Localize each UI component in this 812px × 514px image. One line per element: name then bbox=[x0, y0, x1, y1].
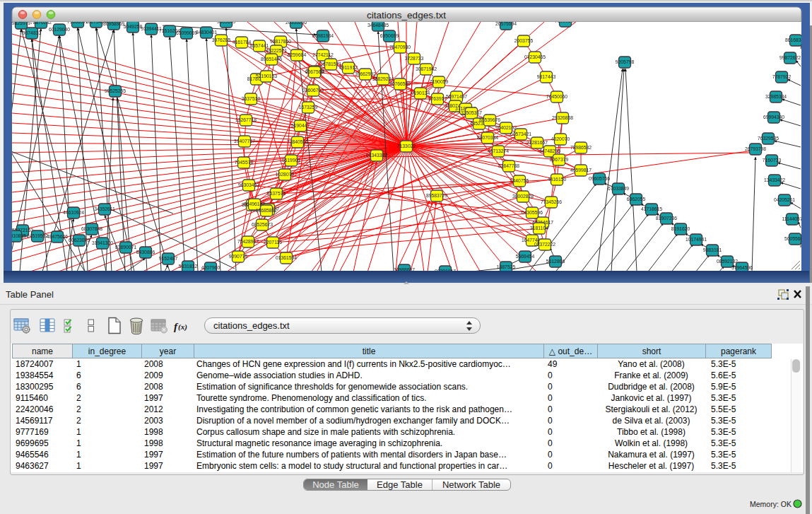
svg-text:69994340: 69994340 bbox=[763, 115, 784, 119]
svg-text:08592132: 08592132 bbox=[717, 259, 738, 264]
svg-text:52647788: 52647788 bbox=[498, 163, 519, 168]
svg-text:84830401: 84830401 bbox=[196, 30, 217, 35]
svg-text:3637510: 3637510 bbox=[242, 96, 261, 101]
svg-text:9152487: 9152487 bbox=[159, 256, 178, 261]
svg-text:(x): (x) bbox=[178, 322, 187, 332]
svg-text:10174941: 10174941 bbox=[686, 237, 707, 242]
svg-text:73840555: 73840555 bbox=[287, 139, 308, 144]
svg-text:6950699: 6950699 bbox=[380, 33, 399, 38]
svg-text:11144057: 11144057 bbox=[782, 216, 802, 221]
svg-text:3181104: 3181104 bbox=[530, 226, 548, 230]
svg-text:99872622: 99872622 bbox=[779, 55, 801, 60]
svg-text:86539676: 86539676 bbox=[479, 117, 500, 122]
svg-text:1887525: 1887525 bbox=[497, 264, 516, 269]
svg-text:8067379: 8067379 bbox=[550, 157, 569, 162]
svg-text:7045578: 7045578 bbox=[235, 160, 254, 165]
svg-text:07230465: 07230465 bbox=[524, 54, 546, 59]
svg-text:0619901: 0619901 bbox=[282, 158, 301, 163]
svg-text:6362055: 6362055 bbox=[627, 197, 646, 201]
svg-text:8557441: 8557441 bbox=[250, 43, 269, 48]
svg-text:96303452: 96303452 bbox=[238, 182, 259, 187]
svg-text:1673259: 1673259 bbox=[299, 105, 318, 110]
svg-text:7190059: 7190059 bbox=[430, 79, 449, 84]
svg-text:52190153: 52190153 bbox=[256, 74, 277, 78]
svg-text:40766589: 40766589 bbox=[389, 81, 411, 86]
svg-text:90402102: 90402102 bbox=[495, 125, 517, 130]
svg-text:09605756: 09605756 bbox=[589, 176, 610, 181]
svg-text:13267718: 13267718 bbox=[235, 117, 257, 122]
svg-text:44610924: 44610924 bbox=[63, 210, 84, 215]
svg-text:9205798: 9205798 bbox=[616, 59, 635, 64]
svg-text:24519592: 24519592 bbox=[27, 233, 48, 238]
svg-text:04205261: 04205261 bbox=[774, 197, 795, 202]
svg-text:30871942: 30871942 bbox=[416, 66, 437, 71]
svg-text:8191620: 8191620 bbox=[671, 226, 690, 231]
svg-text:77345266: 77345266 bbox=[541, 199, 562, 204]
svg-text:81907236: 81907236 bbox=[656, 216, 677, 221]
svg-text:44748295: 44748295 bbox=[539, 148, 560, 153]
svg-text:68307848: 68307848 bbox=[81, 226, 102, 231]
svg-text:01343388: 01343388 bbox=[366, 153, 387, 158]
svg-text:4207960: 4207960 bbox=[201, 265, 220, 270]
svg-text:31941300: 31941300 bbox=[92, 240, 113, 245]
svg-text:2003755: 2003755 bbox=[514, 38, 534, 43]
svg-text:67033849: 67033849 bbox=[608, 186, 629, 191]
svg-text:34352611: 34352611 bbox=[94, 206, 115, 211]
svg-text:21281657: 21281657 bbox=[526, 140, 548, 145]
svg-text:9090775: 9090775 bbox=[229, 254, 248, 259]
svg-text:37964596: 37964596 bbox=[731, 265, 753, 270]
svg-text:02372222: 02372222 bbox=[534, 242, 555, 247]
svg-text:76329535: 76329535 bbox=[758, 136, 779, 141]
svg-text:89583729: 89583729 bbox=[426, 193, 447, 198]
svg-text:2207115: 2207115 bbox=[264, 240, 282, 245]
svg-text:5190447: 5190447 bbox=[291, 123, 310, 128]
svg-text:68525673: 68525673 bbox=[252, 222, 273, 227]
svg-text:5669454: 5669454 bbox=[516, 254, 535, 259]
svg-text:0067560: 0067560 bbox=[305, 69, 324, 74]
svg-text:0190134: 0190134 bbox=[411, 90, 430, 95]
svg-text:3976285: 3976285 bbox=[212, 37, 231, 42]
svg-text:5331812: 5331812 bbox=[179, 264, 198, 269]
svg-text:86981984: 86981984 bbox=[312, 33, 334, 38]
svg-text:9817443: 9817443 bbox=[537, 74, 556, 79]
svg-text:29326858: 29326858 bbox=[552, 115, 573, 120]
svg-text:4161784: 4161784 bbox=[233, 40, 252, 45]
svg-text:78470930: 78470930 bbox=[389, 45, 411, 49]
svg-text:9074833: 9074833 bbox=[23, 30, 42, 35]
svg-text:75428967: 75428967 bbox=[237, 239, 259, 244]
svg-text:8537575: 8537575 bbox=[267, 191, 286, 196]
svg-text:8430886: 8430886 bbox=[136, 250, 155, 255]
svg-text:99525255: 99525255 bbox=[105, 88, 126, 93]
svg-text:7160733: 7160733 bbox=[763, 158, 782, 163]
svg-text:41718615: 41718615 bbox=[641, 206, 662, 211]
svg-text:88070334: 88070334 bbox=[477, 135, 498, 140]
svg-text:27742112: 27742112 bbox=[312, 52, 334, 57]
svg-text:01361594: 01361594 bbox=[276, 255, 297, 260]
svg-text:4416150: 4416150 bbox=[548, 177, 567, 182]
svg-text:78986582: 78986582 bbox=[570, 145, 592, 150]
svg-text:4911912: 4911912 bbox=[339, 65, 358, 70]
svg-text:7787922: 7787922 bbox=[772, 74, 792, 79]
svg-text:4020070: 4020070 bbox=[551, 136, 570, 141]
svg-text:56971497: 56971497 bbox=[446, 94, 467, 99]
svg-text:5612806: 5612806 bbox=[546, 259, 565, 264]
svg-text:49222571: 49222571 bbox=[266, 48, 287, 53]
svg-text:citations_edges.txt: citations_edges.txt bbox=[367, 10, 446, 21]
svg-text:1028070: 1028070 bbox=[276, 172, 295, 177]
svg-text:61099069: 61099069 bbox=[176, 30, 197, 35]
svg-text:1763917: 1763917 bbox=[428, 96, 447, 101]
svg-text:38829234: 38829234 bbox=[372, 76, 394, 81]
svg-text:76450060: 76450060 bbox=[546, 94, 567, 99]
svg-text:32985384: 32985384 bbox=[765, 94, 787, 99]
svg-text:60573421: 60573421 bbox=[510, 132, 531, 136]
svg-text:20575594: 20575594 bbox=[495, 21, 517, 26]
svg-text:86958969: 86958969 bbox=[103, 21, 124, 26]
svg-text:37407767: 37407767 bbox=[234, 139, 255, 144]
svg-text:13433422: 13433422 bbox=[764, 177, 785, 182]
svg-text:5049258: 5049258 bbox=[124, 24, 143, 29]
svg-text:39662992: 39662992 bbox=[355, 71, 376, 76]
svg-text:3728733: 3728733 bbox=[405, 56, 424, 61]
svg-text:18685862: 18685862 bbox=[256, 208, 277, 213]
svg-text:40599817: 40599817 bbox=[570, 168, 592, 173]
svg-text:89651446: 89651446 bbox=[261, 57, 282, 62]
